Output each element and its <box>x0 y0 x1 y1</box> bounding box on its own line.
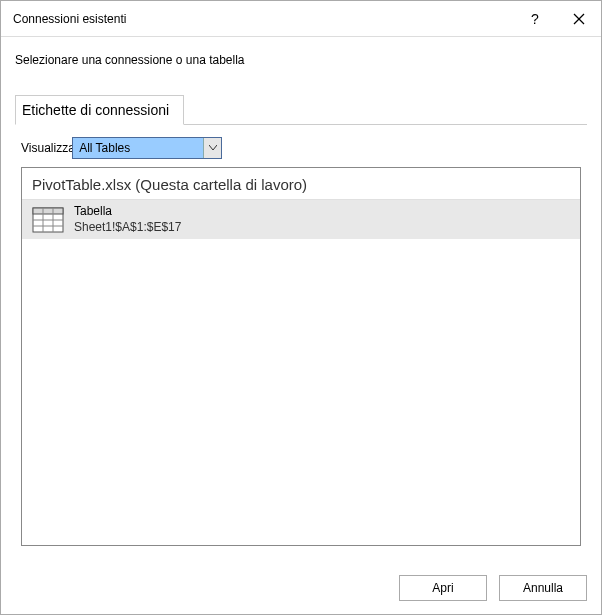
instruction-text: Selezionare una connessione o una tabell… <box>15 53 587 67</box>
svg-rect-3 <box>33 208 63 214</box>
open-button[interactable]: Apri <box>399 575 487 601</box>
tab-strip-spacer <box>184 95 587 124</box>
view-filter-row: Visualizza: All Tables <box>15 125 587 167</box>
chevron-down-icon <box>209 145 217 151</box>
connections-listbox[interactable]: PivotTable.xlsx (Questa cartella di lavo… <box>21 167 581 546</box>
tab-connections[interactable]: Etichette di connessioni <box>15 95 184 125</box>
view-selected-text: All Tables <box>73 141 203 155</box>
titlebar-controls: ? <box>521 5 593 33</box>
item-reference: Sheet1!$A$1:$E$17 <box>74 220 181 236</box>
list-item-texts: Tabella Sheet1!$A$1:$E$17 <box>74 204 181 235</box>
dialog-content: Selezionare una connessione o una tabell… <box>1 37 601 562</box>
group-header: PivotTable.xlsx (Questa cartella di lavo… <box>22 168 580 200</box>
list-item[interactable]: Tabella Sheet1!$A$1:$E$17 <box>22 200 580 239</box>
help-button[interactable]: ? <box>521 5 549 33</box>
help-icon: ? <box>531 11 539 27</box>
close-button[interactable] <box>565 5 593 33</box>
dialog-footer: Apri Annulla <box>1 562 601 614</box>
combo-dropdown-button[interactable] <box>203 138 221 158</box>
cancel-button[interactable]: Annulla <box>499 575 587 601</box>
table-icon <box>32 206 64 234</box>
item-name: Tabella <box>74 204 181 220</box>
view-combobox[interactable]: All Tables <box>72 137 222 159</box>
tab-strip: Etichette di connessioni <box>15 95 587 125</box>
close-icon <box>573 13 585 25</box>
titlebar: Connessioni esistenti ? <box>1 1 601 37</box>
existing-connections-dialog: Connessioni esistenti ? Selezionare una … <box>0 0 602 615</box>
view-label: Visualizza: <box>21 141 78 155</box>
dialog-title: Connessioni esistenti <box>13 12 521 26</box>
